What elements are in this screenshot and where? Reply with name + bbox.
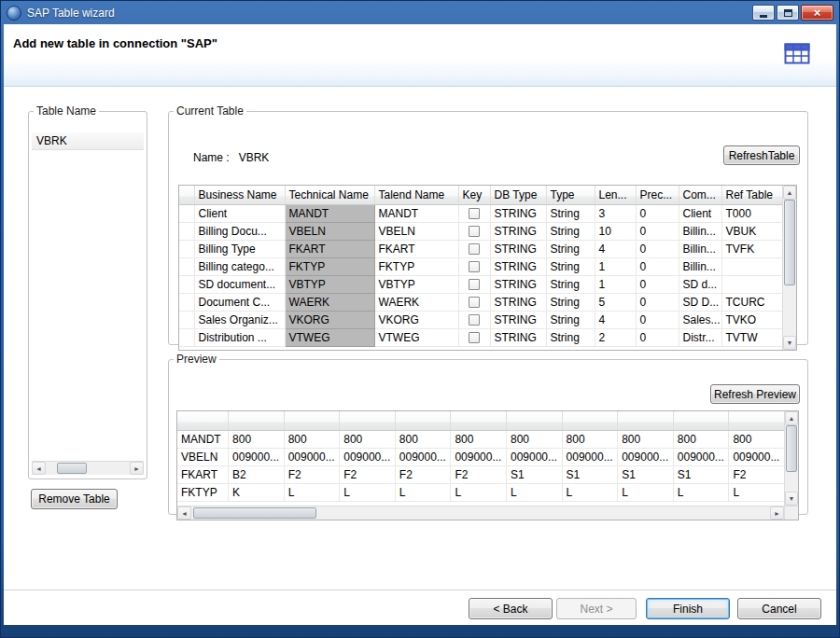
cell-value: 009000... [618, 448, 674, 465]
key-checkbox[interactable] [469, 332, 480, 343]
refresh-table-button[interactable]: RefreshTable [723, 146, 800, 165]
scrollbar-track[interactable] [191, 506, 770, 520]
row-selector[interactable] [179, 222, 194, 240]
preview-column-header[interactable] [229, 411, 285, 430]
key-checkbox[interactable] [469, 226, 480, 237]
back-button[interactable]: < Back [469, 598, 553, 619]
preview-column-header[interactable] [673, 411, 729, 430]
current-table-vertical-scrollbar[interactable]: ▲ ▼ [782, 186, 796, 350]
row-selector[interactable] [179, 240, 194, 257]
cell-ref_table: TVTW [721, 328, 782, 346]
cell-key [458, 275, 490, 293]
preview-table-row[interactable]: MANDT800800800800800800800800800800 [177, 430, 784, 448]
column-header-business_name[interactable]: Business Name [194, 186, 285, 204]
key-checkbox[interactable] [469, 279, 480, 290]
cell-talend_name: WAERK [374, 293, 458, 311]
cell-length: 5 [595, 293, 636, 311]
titlebar[interactable]: SAP Table wizard × [7, 3, 833, 22]
row-selector[interactable] [179, 275, 194, 293]
cell-precision: 0 [636, 293, 679, 311]
preview-column-header[interactable] [562, 411, 618, 430]
scroll-left-button[interactable]: ◄ [32, 462, 46, 475]
finish-button[interactable]: Finish [646, 598, 730, 619]
cell-type: String [546, 240, 595, 257]
column-header-db_type[interactable]: DB Type [490, 186, 546, 204]
footer-separator [4, 589, 836, 590]
cell-business_name: Distribution ... [194, 328, 285, 346]
cell-value: 800 [562, 430, 618, 448]
column-header-comment[interactable]: Com... [679, 186, 721, 204]
key-checkbox[interactable] [469, 297, 480, 308]
scrollbar-track[interactable] [783, 200, 796, 336]
list-item[interactable]: VBRK [32, 132, 144, 150]
preview-vertical-scrollbar[interactable]: ▲ ▼ [784, 411, 798, 506]
row-selector[interactable] [179, 257, 194, 275]
preview-table-row[interactable]: VBELN009000...009000...009000...009000..… [177, 448, 784, 465]
key-checkbox[interactable] [469, 243, 480, 255]
row-selector[interactable] [179, 311, 194, 328]
column-header-length[interactable]: Len... [595, 186, 636, 204]
scrollbar-thumb[interactable] [784, 200, 795, 285]
row-selector[interactable] [179, 204, 194, 222]
column-header-precision[interactable]: Prec... [636, 186, 679, 204]
preview-column-header[interactable] [451, 411, 507, 430]
column-header-type[interactable]: Type [546, 186, 595, 204]
cell-value: 009000... [229, 448, 285, 465]
scroll-left-button[interactable]: ◄ [177, 506, 191, 520]
scrollbar-thumb[interactable] [193, 507, 316, 519]
current-table-row[interactable]: ClientMANDTMANDTSTRINGString30ClientT000 [179, 204, 782, 222]
scroll-up-button[interactable]: ▲ [785, 411, 798, 425]
column-header-technical_name[interactable]: Technical Name [285, 186, 374, 204]
preview-column-header[interactable] [340, 411, 396, 430]
scrollbar-thumb[interactable] [786, 425, 797, 472]
current-table-row[interactable]: Billing TypeFKARTFKARTSTRINGString40Bill… [179, 240, 782, 257]
cancel-button[interactable]: Cancel [737, 598, 821, 619]
scroll-down-button[interactable]: ▼ [783, 336, 796, 350]
column-header-talend_name[interactable]: Talend Name [374, 186, 458, 204]
close-button[interactable]: × [801, 5, 833, 21]
preview-column-header[interactable] [729, 411, 784, 430]
current-table-header-row: Business NameTechnical NameTalend NameKe… [179, 186, 782, 204]
preview-table-row[interactable]: FKARTB2F2F2F2F2S1S1S1S1F2 [177, 465, 784, 483]
cell-key [458, 204, 490, 222]
cell-precision: 0 [636, 328, 679, 346]
key-checkbox[interactable] [469, 261, 480, 272]
current-table-row[interactable]: Distribution ...VTWEGVTWEGSTRINGString20… [179, 328, 782, 346]
preview-table-row[interactable]: FKTYPKLLLLLLLLL [177, 483, 784, 501]
current-table-row[interactable]: Sales Organiz...VKORGVKORGSTRINGString40… [179, 311, 782, 328]
table-icon [784, 43, 810, 65]
remove-table-button[interactable]: Remove Table [31, 489, 118, 509]
scrollbar-track[interactable] [46, 462, 130, 475]
table-list-horizontal-scrollbar[interactable]: ◄ ► [32, 461, 144, 475]
maximize-button[interactable] [777, 5, 799, 21]
current-table-row[interactable]: Document C...WAERKWAERKSTRINGString50SD … [179, 293, 782, 311]
row-selector[interactable] [179, 293, 194, 311]
row-selector[interactable] [179, 328, 194, 346]
current-table: Business NameTechnical NameTalend NameKe… [179, 186, 782, 347]
preview-column-header[interactable] [284, 411, 340, 430]
key-checkbox[interactable] [469, 208, 480, 219]
column-header-key[interactable]: Key [458, 186, 490, 204]
scrollbar-thumb[interactable] [57, 463, 87, 474]
refresh-preview-button[interactable]: Refresh Preview [710, 384, 800, 404]
scroll-up-button[interactable]: ▲ [783, 186, 796, 200]
current-table-row[interactable]: Billing catego...FKTYPFKTYPSTRINGString1… [179, 257, 782, 275]
key-checkbox[interactable] [469, 314, 480, 326]
minimize-button[interactable] [752, 5, 775, 21]
preview-horizontal-scrollbar[interactable]: ◄ ► [177, 506, 784, 520]
scrollbar-track[interactable] [785, 425, 798, 492]
column-header-ref_table[interactable]: Ref Table [721, 186, 782, 204]
preview-column-header[interactable] [395, 411, 451, 430]
current-table-row[interactable]: Billing Docu...VBELNVBELNSTRINGString100… [179, 222, 782, 240]
table-name-list[interactable]: VBRK ◄ ► [32, 132, 144, 475]
current-table-row[interactable]: SD document...VBTYPVBTYPSTRINGString10SD… [179, 275, 782, 293]
cell-business_name: Sales Organiz... [194, 311, 285, 328]
preview-column-header[interactable] [507, 411, 563, 430]
preview-column-header[interactable] [618, 411, 674, 430]
scroll-right-button[interactable]: ► [130, 462, 144, 475]
cell-length: 10 [595, 222, 636, 240]
scroll-right-button[interactable]: ► [770, 506, 784, 520]
scroll-down-button[interactable]: ▼ [785, 492, 798, 506]
current-table-area: Business NameTechnical NameTalend NameKe… [179, 186, 782, 350]
preview-column-header[interactable] [177, 411, 229, 430]
